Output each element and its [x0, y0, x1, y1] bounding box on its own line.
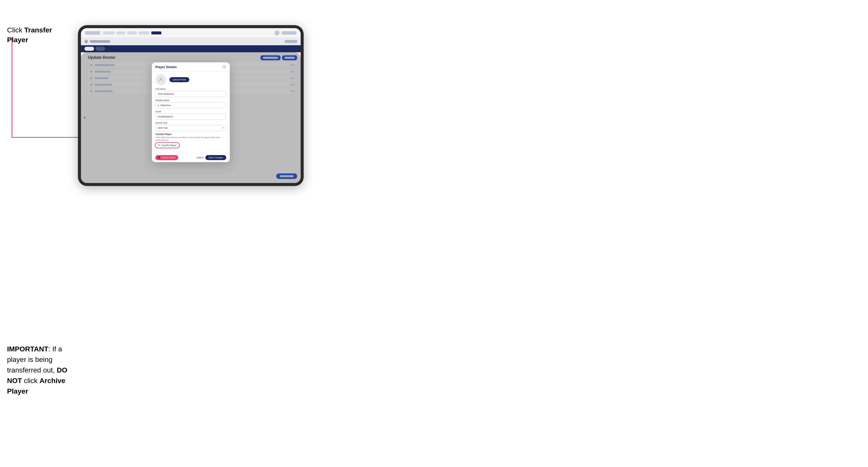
sub-header-display[interactable] — [284, 40, 297, 43]
modal-footer: ⬛ Archive Player Cancel Save Changes — [152, 153, 230, 162]
modal-overlay: Player Details × — [81, 52, 301, 183]
school-year-select[interactable]: First Year Second Year Third Year Fourth… — [155, 125, 226, 131]
content-area: Update Roster — [81, 52, 301, 183]
sub-header-icon — [85, 40, 88, 43]
header-add-btn[interactable] — [282, 31, 297, 35]
email-group: Email — [155, 110, 226, 120]
person-icon — [158, 77, 164, 83]
school-year-group: School Year First Year Second Year Third… — [155, 122, 226, 131]
nav-item-teams[interactable] — [116, 31, 125, 34]
tab-active[interactable] — [85, 47, 94, 51]
archive-player-button[interactable]: ⬛ Archive Player — [155, 155, 178, 160]
transfer-btn-label: Transfer Player — [161, 144, 177, 147]
tablet-device: Update Roster — [78, 25, 304, 186]
archive-icon: ⬛ — [158, 157, 160, 159]
nav-item-dashboard[interactable] — [103, 31, 114, 34]
instruction-area: Click Transfer Player — [7, 25, 75, 50]
full-name-group: Full Name — [155, 88, 226, 97]
display-name-input[interactable] — [155, 102, 226, 108]
important-note-text: IMPORTANT: If a player is being transfer… — [7, 344, 79, 397]
important-note: IMPORTANT: If a player is being transfer… — [7, 344, 79, 397]
modal-header: Player Details × — [152, 62, 230, 72]
nav-item-roster[interactable] — [151, 31, 161, 34]
important-text-2: click — [22, 377, 39, 384]
photo-section: Upload Photo — [155, 74, 226, 85]
email-input[interactable] — [155, 114, 226, 120]
header-right — [275, 30, 297, 35]
transfer-icon: ⟳ — [158, 144, 160, 147]
display-name-label: Display Name — [155, 99, 226, 101]
upload-photo-button[interactable]: Upload Photo — [169, 77, 189, 82]
close-icon: × — [224, 66, 225, 68]
sub-header — [81, 38, 301, 45]
email-label: Email — [155, 110, 226, 113]
arrow-vertical-line — [11, 37, 12, 138]
transfer-description: If this player has moved to another scho… — [155, 136, 226, 142]
important-label: IMPORTANT — [7, 345, 48, 353]
modal-title: Player Details — [155, 65, 177, 69]
app-logo — [85, 31, 100, 35]
modal-close-button[interactable]: × — [222, 65, 226, 69]
avatar-placeholder — [155, 74, 166, 85]
full-name-input[interactable] — [155, 91, 226, 97]
header-avatar — [275, 30, 280, 35]
app-header — [81, 28, 301, 38]
click-instruction: Click Transfer Player — [7, 25, 75, 45]
cancel-button[interactable]: Cancel — [196, 156, 204, 159]
transfer-player-button[interactable]: ⟳ Transfer Player — [155, 143, 179, 148]
sub-header-label — [90, 40, 110, 43]
archive-btn-label: Archive Player — [161, 156, 176, 159]
save-changes-button[interactable]: Save Changes — [205, 155, 226, 160]
school-year-label: School Year — [155, 122, 226, 124]
nav-item-moreinfo[interactable] — [139, 31, 149, 34]
nav-items — [103, 31, 272, 34]
nav-item-schedule[interactable] — [127, 31, 137, 34]
click-instruction-bold: Transfer Player — [7, 26, 52, 44]
player-details-modal: Player Details × — [152, 62, 230, 162]
tab-bar — [81, 45, 301, 52]
tablet-screen: Update Roster — [81, 28, 301, 183]
transfer-section: Transfer Player If this player has moved… — [155, 133, 226, 148]
full-name-label: Full Name — [155, 88, 226, 90]
transfer-label: Transfer Player — [155, 133, 226, 135]
svg-point-0 — [160, 78, 162, 80]
modal-body: Upload Photo Full Name Display Name — [152, 72, 230, 153]
footer-right: Cancel Save Changes — [196, 155, 226, 160]
tab-archive[interactable] — [95, 47, 105, 51]
display-name-group: Display Name — [155, 99, 226, 108]
